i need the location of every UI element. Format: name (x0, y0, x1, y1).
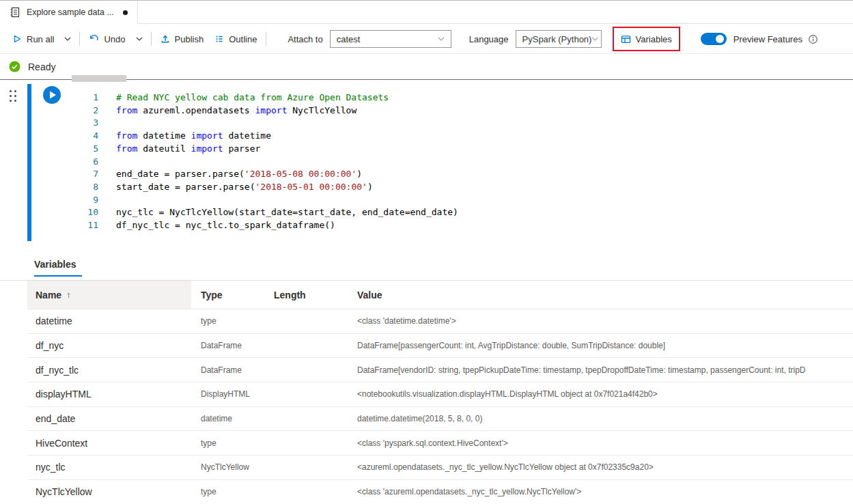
code-token-plain: datetime (137, 130, 191, 141)
code-token-string: '2018-05-08 00:00:00' (244, 169, 356, 179)
notebook-tab[interactable]: Explore sample data ... (0, 1, 138, 24)
code-line[interactable]: from datetime import datetime (116, 130, 846, 143)
cell-name: displayHTML (27, 389, 191, 400)
cell-name: NycTlcYellow (27, 486, 191, 497)
run-all-button[interactable]: Run all (7, 29, 59, 49)
column-header-type[interactable]: Type (191, 290, 274, 300)
cell-value: <azureml.opendatasets._nyc_tlc_yellow.Ny… (357, 462, 853, 472)
code-line[interactable]: from azureml.opendatasets import NycTlcY… (116, 104, 846, 117)
line-number: 4 (68, 130, 98, 143)
cell-value: <class 'azureml.opendatasets._nyc_tlc_ye… (357, 487, 853, 496)
run-all-dropdown-chevron[interactable] (59, 29, 76, 49)
attach-to-dropdown[interactable]: catest (330, 30, 451, 48)
cell-name: df_nyc_tlc (27, 365, 191, 376)
run-cell-button[interactable] (43, 86, 61, 104)
line-number: 3 (68, 117, 98, 130)
cell-name: HiveContext (27, 438, 191, 449)
unsaved-changes-dot (123, 10, 128, 15)
code-token-plain: NycTlcYellow (287, 105, 356, 115)
code-token-comment: # Read NYC yellow cab data from Azure Op… (116, 92, 389, 102)
cell-value: datetime.datetime(2018, 5, 8, 0, 0) (357, 414, 853, 423)
publish-label: Publish (175, 34, 204, 44)
code-token-keyword: import (255, 105, 288, 115)
table-row[interactable]: df_nyc_tlcDataFrameDataFrame[vendorID: s… (27, 358, 853, 382)
cell-name: datetime (27, 316, 191, 326)
cell-value: <notebookutils.visualization.displayHTML… (357, 389, 853, 399)
cell-value: DataFrame[vendorID: string, tpepPickupDa… (357, 365, 853, 375)
variables-table-body: datetimetype<class 'datetime.datetime'>d… (27, 309, 853, 504)
notebook-toolbar: Run all Undo Publish (0, 25, 853, 54)
variables-button-label: Variables (636, 34, 672, 44)
variables-table-icon (621, 35, 631, 44)
column-header-value[interactable]: Value (357, 290, 853, 300)
notebook-window: Explore sample data ... Run all Undo (0, 0, 853, 504)
variables-panel-header: Variables (0, 249, 853, 281)
code-token-plain: azureml.opendatasets (137, 105, 255, 115)
cell-name: df_nyc (27, 340, 191, 351)
table-row[interactable]: NycTlcYellowtype<class 'azureml.opendata… (27, 480, 853, 504)
code-token-keyword: from (116, 105, 137, 115)
toolbar-divider (266, 32, 266, 46)
language-value: PySpark (Python) (522, 34, 592, 44)
table-row[interactable]: datetimetype<class 'datetime.datetime'> (27, 309, 853, 334)
preview-features-toggle[interactable] (701, 33, 727, 45)
attach-to-label: Attach to (288, 34, 322, 44)
code-token-plain: start_date = parser.parse( (116, 182, 255, 192)
code-token-keyword: import (191, 143, 223, 154)
code-token-plain: ) (356, 169, 362, 179)
line-number: 2 (68, 104, 98, 117)
code-line[interactable] (116, 155, 846, 168)
outline-list-icon (214, 34, 224, 44)
code-line[interactable] (116, 194, 846, 207)
line-number: 8 (68, 181, 98, 194)
line-number: 7 (68, 168, 98, 181)
cell-value: DataFrame[passengerCount: int, AvgTripDi… (357, 341, 853, 350)
chevron-down-icon (438, 37, 445, 41)
attach-to-value: catest (337, 34, 361, 44)
variables-panel-tab[interactable]: Variables (34, 249, 82, 277)
line-number: 9 (68, 194, 98, 207)
table-row[interactable]: HiveContexttype<class 'pyspark.sql.conte… (27, 431, 853, 456)
outline-button[interactable]: Outline (209, 29, 262, 49)
code-line[interactable]: end_date = parser.parse('2018-05-08 00:0… (116, 168, 846, 181)
variables-panel: Variables Name ↑ Type Length Value datet… (0, 249, 853, 504)
undo-dropdown-chevron[interactable] (131, 29, 148, 49)
cell-type: type (191, 316, 274, 326)
code-token-plain: datetime (223, 130, 271, 141)
undo-button[interactable]: Undo (83, 29, 130, 49)
publish-upload-icon (160, 34, 170, 44)
run-all-label: Run all (27, 34, 54, 44)
code-line[interactable]: df_nyc_tlc = nyc_tlc.to_spark_dataframe(… (116, 219, 846, 232)
toolbar-divider (79, 32, 80, 46)
outline-label: Outline (229, 34, 257, 44)
info-icon[interactable] (808, 34, 818, 44)
cell-type: NycTlcYellow (191, 462, 274, 472)
cell-name: end_date (27, 413, 191, 424)
code-line[interactable]: nyc_tlc = NycTlcYellow(start_date=start_… (116, 206, 846, 219)
code-token-plain: df_nyc_tlc = nyc_tlc.to_spark_dataframe(… (116, 220, 335, 230)
column-header-length[interactable]: Length (274, 290, 357, 300)
publish-button[interactable]: Publish (155, 29, 210, 49)
tab-bar: Explore sample data ... (0, 1, 853, 24)
cell-type: type (191, 438, 274, 448)
table-row[interactable]: nyc_tlcNycTlcYellow<azureml.opendatasets… (27, 456, 853, 480)
column-header-name[interactable]: Name ↑ (27, 281, 191, 309)
table-row[interactable]: df_nycDataFrameDataFrame[passengerCount:… (27, 334, 853, 359)
code-line[interactable]: # Read NYC yellow cab data from Azure Op… (116, 92, 846, 104)
cell-drag-handle-icon[interactable] (10, 90, 16, 102)
variables-table-header: Name ↑ Type Length Value (27, 281, 853, 309)
play-icon (12, 34, 22, 44)
table-row[interactable]: displayHTMLDisplayHTML<notebookutils.vis… (27, 382, 853, 407)
chevron-down-icon (136, 37, 143, 41)
line-number: 10 (68, 206, 98, 219)
line-number: 6 (68, 156, 98, 169)
chevron-down-icon (591, 37, 598, 41)
code-editor[interactable]: # Read NYC yellow cab data from Azure Op… (116, 92, 846, 232)
table-row[interactable]: end_datedatetimedatetime.datetime(2018, … (27, 407, 853, 432)
code-line[interactable]: start_date = parser.parse('2018-05-01 00… (116, 181, 846, 194)
code-line[interactable] (116, 117, 846, 130)
variables-button[interactable]: Variables (615, 29, 677, 49)
toggle-knob (716, 35, 724, 43)
code-line[interactable]: from dateutil import parser (116, 143, 846, 156)
language-dropdown[interactable]: PySpark (Python) (516, 30, 602, 48)
